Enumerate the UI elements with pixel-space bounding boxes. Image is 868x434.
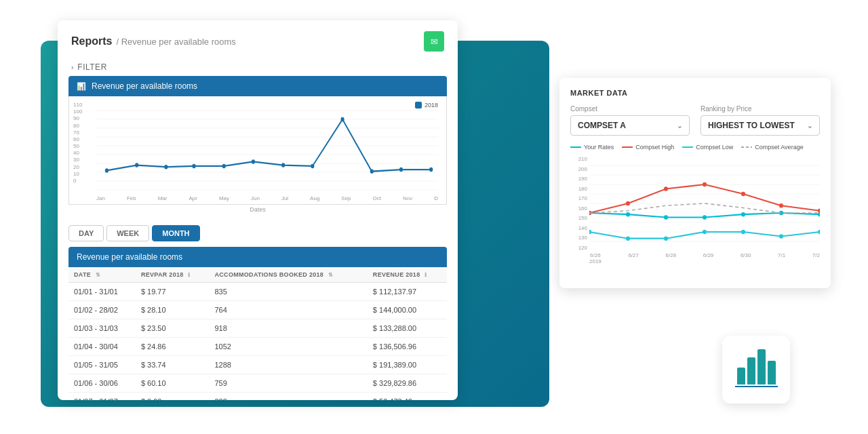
bar-1 — [737, 368, 745, 384]
legend-compset-avg: Compset Average — [741, 144, 803, 151]
email-icon: ✉ — [431, 37, 438, 47]
chart-legend: 2018 — [415, 102, 438, 108]
compset-select[interactable]: COMPSET A ⌄ — [570, 115, 690, 136]
cell-revenue-2: $ 133,288.00 — [368, 319, 447, 338]
cell-revenue-3: $ 136,506.96 — [368, 338, 447, 356]
sort-icon-revpar: ℹ — [188, 272, 190, 278]
cell-date-5: 01/06 - 30/06 — [68, 374, 136, 393]
tab-month[interactable]: MONTH — [152, 225, 199, 241]
x-label-oct: Oct — [373, 195, 381, 201]
your-rates-line-icon — [570, 146, 581, 148]
cell-accom-0: 835 — [209, 283, 367, 301]
market-y-190: 190 — [570, 176, 587, 182]
cell-revenue-0: $ 112,137.97 — [368, 283, 447, 301]
table-title: Revenue per available rooms — [77, 252, 182, 262]
compset-chevron-icon: ⌄ — [677, 122, 682, 130]
svg-point-46 — [626, 236, 630, 240]
svg-point-20 — [399, 167, 403, 172]
legend-your-rates: Your Rates — [570, 144, 614, 151]
market-y-200: 200 — [570, 166, 587, 172]
col-date[interactable]: DATE ⇅ — [68, 267, 136, 283]
filter-bar[interactable]: › FILTER — [58, 58, 458, 76]
line-chart-svg — [96, 102, 438, 199]
ranking-label: Ranking by Price — [701, 105, 820, 113]
svg-point-12 — [164, 165, 167, 170]
cell-accom-1: 764 — [209, 301, 367, 319]
market-y-120: 120 — [570, 245, 587, 251]
tab-week[interactable]: WEEK — [106, 225, 149, 241]
market-y-140: 140 — [570, 225, 587, 231]
y-label-50: 50 — [73, 143, 82, 149]
cell-date-0: 01/01 - 31/01 — [68, 283, 136, 301]
bar-3 — [757, 349, 766, 384]
reports-header: Reports / Revenue per available rooms ✉ — [58, 20, 458, 58]
y-label-60: 60 — [73, 136, 82, 142]
ranking-select[interactable]: HIGHEST TO LOWEST ⌄ — [701, 115, 820, 136]
your-rates-label: Your Rates — [584, 144, 614, 151]
legend-dot — [415, 102, 422, 108]
x-axis-labels: Jan Feb Mar Apr May Jun Jul Aug Sep Oct … — [96, 195, 438, 201]
cell-date-6: 01/07 - 31/07 — [68, 393, 136, 401]
market-x-72: 7/2 — [812, 252, 820, 264]
cell-accom-6: 338 — [209, 393, 367, 401]
market-x-627: 6/27 — [628, 252, 639, 264]
cell-date-1: 01/02 - 28/02 — [68, 301, 136, 319]
market-data-card: MARKET DATA Compset COMPSET A ⌄ Ranking … — [559, 78, 831, 288]
market-y-180: 180 — [570, 186, 587, 192]
table-header-bar: Revenue per available rooms — [68, 247, 447, 267]
legend-compset-high: Compset High — [622, 144, 674, 151]
col-revpar[interactable]: REVPAR 2018 ℹ — [136, 267, 210, 283]
market-chart-body: 210 200 190 180 170 160 150 140 130 120 — [570, 156, 820, 264]
x-label-jun: Jun — [251, 195, 260, 201]
ranking-chevron-icon: ⌄ — [807, 122, 812, 130]
market-x-71: 7/1 — [778, 252, 785, 264]
cell-revpar-3: $ 24.86 — [136, 338, 210, 356]
x-label-nov: Nov — [403, 195, 412, 201]
svg-point-41 — [703, 182, 707, 186]
svg-point-39 — [626, 201, 630, 205]
compset-high-line — [589, 184, 820, 213]
compset-label: Compset — [570, 105, 690, 113]
x-label-aug: Aug — [310, 195, 319, 201]
compset-avg-line-icon — [741, 146, 752, 148]
cell-revpar-6: $ 8.90 — [136, 393, 210, 401]
bar-2 — [747, 357, 755, 384]
revenue-chart-section: 📊 Revenue per available rooms 110 100 90… — [68, 76, 447, 213]
y-label-100: 100 — [73, 108, 82, 115]
compset-select-group: Compset COMPSET A ⌄ — [570, 105, 690, 136]
market-y-axis: 210 200 190 180 170 160 150 140 130 120 — [570, 156, 587, 251]
market-card-title: MARKET DATA — [570, 89, 820, 97]
table-row: 01/05 - 31/05 $ 33.74 1288 $ 191,389.00 — [68, 356, 447, 374]
cell-revpar-0: $ 19.77 — [136, 283, 210, 301]
page-subtitle: / Revenue per available rooms — [116, 37, 235, 47]
y-label-20: 20 — [73, 164, 82, 170]
cell-revenue-6: $ 50,473.42 — [368, 393, 447, 401]
svg-point-40 — [664, 186, 668, 191]
legend-compset-low: Compset Low — [682, 144, 733, 151]
table-row: 01/01 - 31/01 $ 19.77 835 $ 112,137.97 — [68, 283, 447, 301]
compset-low-line-icon — [682, 146, 693, 148]
market-x-628: 6/28 — [666, 252, 677, 264]
compset-high-label: Compset High — [635, 144, 674, 151]
col-accom[interactable]: ACCOMMODATIONS BOOKED 2018 ⇅ — [209, 267, 367, 283]
cell-revpar-5: $ 60.10 — [136, 374, 210, 393]
tab-day[interactable]: DAY — [68, 225, 104, 241]
cell-revenue-1: $ 144,000.00 — [368, 301, 447, 319]
chart-title: Revenue per available rooms — [92, 81, 197, 91]
cell-accom-5: 759 — [209, 374, 367, 393]
y-label-30: 30 — [73, 157, 82, 163]
chart-body: 110 100 90 80 70 60 50 40 30 20 10 0 201… — [68, 96, 447, 205]
y-label-40: 40 — [73, 150, 82, 156]
col-revenue[interactable]: REVENUE 2018 ℹ — [368, 267, 447, 283]
svg-point-14 — [222, 164, 226, 169]
x-label-jul: Jul — [281, 195, 288, 201]
cell-revenue-4: $ 191,389.00 — [368, 356, 447, 374]
y-label-80: 80 — [73, 123, 82, 129]
email-button[interactable]: ✉ — [424, 31, 444, 52]
bar-chart-icon — [737, 349, 776, 390]
svg-point-18 — [341, 117, 344, 122]
svg-point-35 — [741, 212, 745, 216]
cell-accom-4: 1288 — [209, 356, 367, 374]
market-y-130: 130 — [570, 235, 587, 241]
compset-value: COMPSET A — [578, 121, 626, 130]
